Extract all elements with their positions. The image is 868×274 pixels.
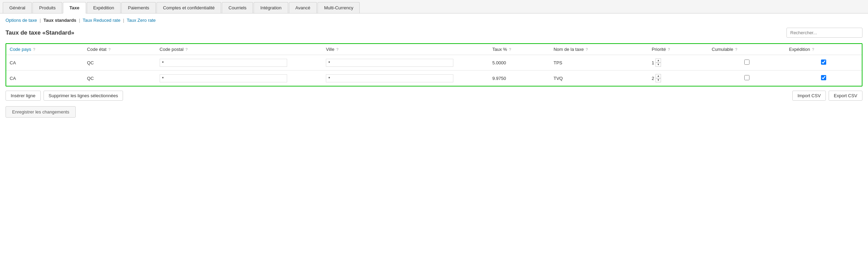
col-taux-help[interactable]: ?	[509, 47, 511, 52]
priority-value-0: 1	[652, 60, 654, 65]
cell-code-etat-0: QC	[84, 55, 156, 71]
tax-table-wrapper: Code pays ? Code état ? Code postal ? Vi…	[6, 43, 862, 86]
cell-ville-1[interactable]	[322, 71, 489, 86]
tab-general[interactable]: Général	[3, 2, 32, 13]
buttons-right: Import CSV Export CSV	[792, 91, 862, 101]
tab-avance[interactable]: Avancé	[289, 2, 317, 13]
tabs-bar: GénéralProduitsTaxeExpéditionPaiementsCo…	[0, 0, 868, 13]
col-nom-help[interactable]: ?	[586, 47, 588, 52]
stepper-up-1[interactable]: ▲	[655, 74, 661, 78]
cell-code-etat-1: QC	[84, 71, 156, 86]
tab-taxe[interactable]: Taxe	[63, 2, 86, 13]
tab-expedition[interactable]: Expédition	[87, 2, 121, 13]
breadcrumb-sep-3: |	[123, 18, 124, 23]
delete-lines-button[interactable]: Supprimer les lignes sélectionnées	[44, 91, 123, 101]
cell-expedition-0[interactable]	[786, 55, 862, 71]
col-header-code-pays: Code pays ?	[6, 44, 84, 55]
col-header-code-postal: Code postal ?	[156, 44, 322, 55]
tax-table: Code pays ? Code état ? Code postal ? Vi…	[6, 44, 862, 86]
cell-taux-1: 9.9750	[489, 71, 550, 86]
cell-nom-taxe-1: TVQ	[550, 71, 648, 86]
table-header-row: Code pays ? Code état ? Code postal ? Vi…	[6, 44, 862, 55]
col-ville-help[interactable]: ?	[336, 47, 338, 52]
checkbox-expedition-1[interactable]	[821, 75, 826, 80]
breadcrumb-sep-1: |	[40, 18, 41, 23]
cell-expedition-1[interactable]	[786, 71, 862, 86]
col-header-taux: Taux % ?	[489, 44, 550, 55]
buttons-row: Insérer ligne Supprimer les lignes sélec…	[6, 91, 862, 101]
col-priorite-help[interactable]: ?	[668, 47, 670, 52]
checkbox-cumulable-0[interactable]	[744, 60, 749, 65]
priority-stepper-1[interactable]: ▲ ▼	[655, 74, 661, 82]
tab-produits[interactable]: Produits	[32, 2, 62, 13]
tab-comptes[interactable]: Comptes et confidentialité	[157, 2, 221, 13]
title-row: Taux de taxe «Standard»	[6, 28, 862, 38]
cell-cumulable-1[interactable]	[708, 71, 786, 86]
tab-paiements[interactable]: Paiements	[121, 2, 155, 13]
col-header-cumulable: Cumulable ?	[708, 44, 786, 55]
tab-integration[interactable]: Intégration	[254, 2, 288, 13]
col-postal-help[interactable]: ?	[186, 47, 188, 52]
stepper-up-0[interactable]: ▲	[655, 58, 661, 63]
cell-cumulable-0[interactable]	[708, 55, 786, 71]
col-header-ville: Ville ?	[322, 44, 489, 55]
stepper-down-1[interactable]: ▼	[655, 78, 661, 82]
breadcrumb: Options de taxe | Taux standards | Taux …	[6, 18, 862, 23]
cell-code-pays-1: CA	[6, 71, 84, 86]
priority-value-1: 2	[652, 76, 654, 81]
col-cumulable-help[interactable]: ?	[735, 47, 737, 52]
table-row: CA QC 9.9750 TVQ 2 ▲ ▼	[6, 71, 862, 86]
breadcrumb-current: Taux standards	[44, 18, 76, 23]
buttons-left: Insérer ligne Supprimer les lignes sélec…	[6, 91, 123, 101]
insert-line-button[interactable]: Insérer ligne	[6, 91, 41, 101]
page-title: Taux de taxe «Standard»	[6, 29, 74, 36]
export-csv-button[interactable]: Export CSV	[829, 91, 862, 101]
breadcrumb-link-zero[interactable]: Taux Zero rate	[127, 18, 156, 23]
table-row: CA QC 5.0000 TPS 1 ▲ ▼	[6, 55, 862, 71]
cell-nom-taxe-0: TPS	[550, 55, 648, 71]
search-input[interactable]	[786, 28, 862, 38]
cell-code-pays-0: CA	[6, 55, 84, 71]
breadcrumb-sep-2: |	[79, 18, 80, 23]
breadcrumb-link-reduced[interactable]: Taux Reduced rate	[83, 18, 120, 23]
col-pays-label: Code pays	[10, 47, 31, 52]
col-pays-help[interactable]: ?	[33, 47, 35, 52]
cell-taux-0: 5.0000	[489, 55, 550, 71]
cell-ville-0[interactable]	[322, 55, 489, 71]
col-header-priorite: Priorité ?	[648, 44, 708, 55]
content-area: Options de taxe | Taux standards | Taux …	[0, 13, 868, 122]
checkbox-expedition-0[interactable]	[821, 60, 826, 65]
stepper-down-0[interactable]: ▼	[655, 63, 661, 67]
cell-code-postal-1[interactable]	[156, 71, 322, 86]
col-header-code-etat: Code état ?	[84, 44, 156, 55]
priority-stepper-0[interactable]: ▲ ▼	[655, 58, 661, 67]
import-csv-button[interactable]: Import CSV	[792, 91, 826, 101]
col-expedition-help[interactable]: ?	[812, 47, 814, 52]
col-header-nom-taxe: Nom de la taxe ?	[550, 44, 648, 55]
tab-courriels[interactable]: Courriels	[222, 2, 253, 13]
cell-priorite-1: 2 ▲ ▼	[648, 71, 708, 86]
cell-code-postal-0[interactable]	[156, 55, 322, 71]
cell-priorite-0: 1 ▲ ▼	[648, 55, 708, 71]
save-button[interactable]: Enregistrer les changements	[6, 106, 76, 118]
tab-multicurrency[interactable]: Multi-Currency	[318, 2, 360, 13]
breadcrumb-link-options[interactable]: Options de taxe	[6, 18, 37, 23]
save-row: Enregistrer les changements	[6, 106, 862, 118]
col-header-expedition: Expédition ?	[786, 44, 862, 55]
checkbox-cumulable-1[interactable]	[744, 75, 749, 80]
col-etat-help[interactable]: ?	[108, 47, 111, 52]
